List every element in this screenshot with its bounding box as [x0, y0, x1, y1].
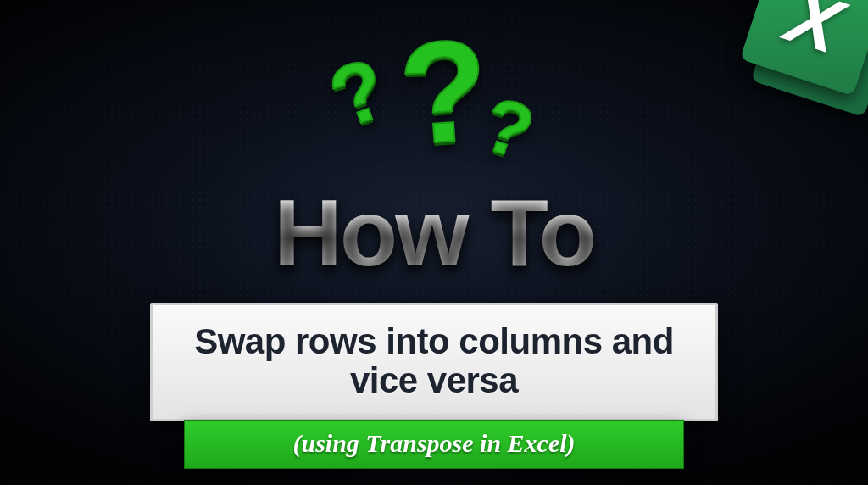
excel-x-glyph: X: [777, 0, 853, 70]
note-panel: (using Transpose in Excel): [184, 420, 684, 469]
question-mark-icon-right: ?: [472, 80, 543, 177]
question-mark-icon-left: ?: [317, 38, 399, 148]
title-how-to: How To: [274, 178, 594, 287]
subtitle-panel: Swap rows into columns and vice versa: [150, 303, 718, 421]
question-mark-icon-big: ?: [394, 6, 493, 178]
question-marks-cluster: ? ? ?: [324, 34, 544, 187]
subtitle-text: Swap rows into columns and vice versa: [176, 322, 692, 400]
note-text: (using Transpose in Excel): [195, 429, 673, 458]
